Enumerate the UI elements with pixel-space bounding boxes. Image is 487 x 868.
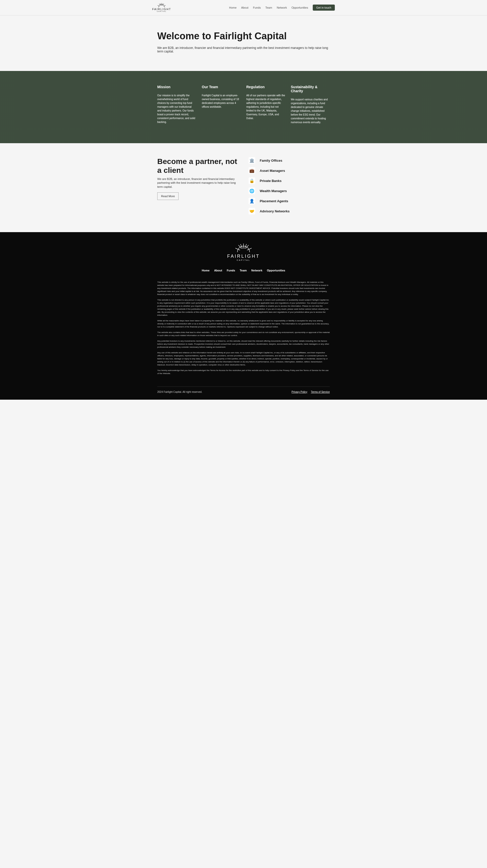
partner-item-private-banks: 🔒 Private Banks [249,177,330,184]
footer-nav-home[interactable]: Home [202,269,210,272]
partner-item-wealth-managers: 🌐 Wealth Managers [249,188,330,194]
regulation-col: Regulation All of our partners operate w… [246,85,285,124]
footer-nav-opportunities[interactable]: Opportunities [267,269,285,272]
partner-label: Asset Managers [260,169,285,173]
team-col: Our Team Fairlight Capital is an employe… [202,85,241,124]
disclaimer-p3: While all the reasonable steps have been… [157,319,330,329]
partner-list: 🏛️ Family Offices 💼 Asset Managers 🔒 Pri… [249,157,330,214]
disclaimer-p4: The website also contains links that lea… [157,331,330,337]
partner-item-asset-managers: 💼 Asset Managers [249,167,330,174]
regulation-heading: Regulation [246,85,285,89]
mission-heading: Mission [157,85,196,89]
get-in-touch-button[interactable]: Get in touch [313,5,335,11]
disclaimer-p6: Any use of this website and reliance on … [157,351,330,367]
info-band: Mission Our mission is to simplify the o… [0,71,487,143]
person-icon: 👤 [249,198,255,204]
sustainability-text: We support various charities and organiz… [291,98,330,124]
handshake-icon: 🤝 [249,208,255,214]
nav-network[interactable]: Network [277,6,287,9]
footer-logo-sub: CAPITAL [157,259,330,261]
partner-label: Private Banks [260,179,282,183]
mission-text: Our mission is to simplify the overwhelm… [157,94,196,124]
sustainability-heading: Sustainability & Charity [291,85,330,93]
footer-logo-text: FAIRLIGHT [157,254,330,259]
disclaimer-p7: You hereby acknowledge that you have ack… [157,369,330,375]
footer-nav-about[interactable]: About [214,269,222,272]
footer-logo: FAIRLIGHT CAPITAL [157,244,330,261]
partner-label: Advisory Networks [260,209,290,213]
partner-label: Family Offices [260,159,282,162]
building-icon: 🏛️ [249,157,255,164]
copyright: 2024 Fairlight Capital. All right reserv… [157,391,202,393]
disclaimer-p1: This website is strictly for the use of … [157,281,330,296]
nav-about[interactable]: About [241,6,249,9]
footer-links: Privacy Policy Terms of Service [291,391,330,393]
disclaimer-p5: Any potential investors to any investmen… [157,340,330,349]
footer-bottom: 2024 Fairlight Capital. All right reserv… [157,386,330,393]
nav-opportunities[interactable]: Opportunities [291,6,308,9]
team-text: Fairlight Capital is an employee-owned b… [202,94,241,109]
terms-link[interactable]: Terms of Service [311,391,330,393]
hero-title: Welcome to Fairlight Capital [157,31,330,41]
team-heading: Our Team [202,85,241,89]
logo-text: FAIRLIGHT [152,8,171,11]
hero-sub: We are B2B, an introducer, financier and… [157,46,330,53]
globe-icon: 🌐 [249,188,255,194]
mission-col: Mission Our mission is to simplify the o… [157,85,196,124]
footer-nav-funds[interactable]: Funds [227,269,235,272]
footer: FAIRLIGHT CAPITAL Home About Funds Team … [0,232,487,400]
disclaimer-p2: This website is not directed to any pers… [157,299,330,317]
read-more-button[interactable]: Read More [157,192,178,200]
regulation-text: All of our partners operate with the hig… [246,94,285,120]
partner-item-placement-agents: 👤 Placement Agents [249,198,330,204]
privacy-link[interactable]: Privacy Policy [291,391,307,393]
header: FAIRLIGHT CAPITAL Home About Funds Team … [0,0,487,16]
footer-nav-network[interactable]: Network [251,269,262,272]
disclaimer: This website is strictly for the use of … [157,281,330,375]
main-nav: Home About Funds Team Network Opportunit… [229,5,335,11]
partner-item-advisory-networks: 🤝 Advisory Networks [249,208,330,214]
lock-icon: 🔒 [249,177,255,184]
sun-icon [233,244,254,253]
footer-nav: Home About Funds Team Network Opportunit… [157,269,330,272]
logo-sub: CAPITAL [157,11,167,12]
partner-left: Become a partner, not a client We are B2… [157,157,238,214]
partner-label: Placement Agents [260,199,288,203]
hero-section: Welcome to Fairlight Capital We are B2B,… [0,16,487,71]
briefcase-icon: 💼 [249,167,255,174]
sustainability-col: Sustainability & Charity We support vari… [291,85,330,124]
partner-title: Become a partner, not a client [157,157,238,175]
footer-nav-team[interactable]: Team [240,269,247,272]
logo[interactable]: FAIRLIGHT CAPITAL [152,3,171,12]
sun-icon [156,3,167,8]
nav-funds[interactable]: Funds [253,6,261,9]
partner-item-family-offices: 🏛️ Family Offices [249,157,330,164]
partner-sub: We are B2B, an introducer, financier and… [157,177,238,189]
nav-team[interactable]: Team [265,6,272,9]
partner-label: Wealth Managers [260,189,287,193]
partner-section: Become a partner, not a client We are B2… [0,143,487,232]
nav-home[interactable]: Home [229,6,236,9]
